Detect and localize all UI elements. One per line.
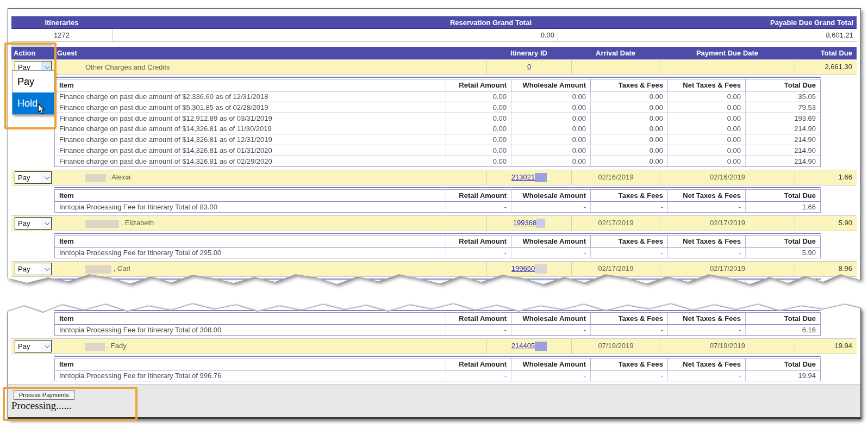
subheader-total-due: Total Due xyxy=(745,236,820,247)
redacted-last-name xyxy=(85,220,119,228)
subheader-item: Item xyxy=(55,283,446,291)
subheader-net-taxes: Net Taxes & Fees xyxy=(667,281,745,293)
dropdown-option-pay[interactable]: Pay xyxy=(13,71,54,92)
items-subtable: Item Retail Amount Wholesale Amount Taxe… xyxy=(54,233,821,258)
header-total-due: Total Due xyxy=(795,49,857,57)
itinerary-link[interactable]: 214405 xyxy=(511,342,535,350)
guest-name: , Elizabeth xyxy=(121,219,154,227)
subheader-item: Item xyxy=(55,237,446,245)
action-dropdown-list: Pay Hold xyxy=(12,70,54,115)
arrival-date-cell: 02/17/2019 xyxy=(571,216,660,231)
item-row: Finance charge on past due amount of $14… xyxy=(55,134,820,145)
subheader-total-due: Total Due xyxy=(745,79,820,91)
items-subtable: Item Retail Amount Wholesale Amount Taxe… xyxy=(54,356,821,381)
wholesale-amount: 0.00 xyxy=(511,102,590,113)
summary-header-payable-due-grand-total: Payable Due Grand Total xyxy=(558,18,857,27)
item-row: Inntopia Processing Fee for Itinerary To… xyxy=(55,370,820,381)
subheader-taxes: Taxes & Fees xyxy=(590,313,667,324)
payment-due-date-cell: 02/16/2019 xyxy=(660,170,795,185)
net-taxes-fees: 0.00 xyxy=(667,145,745,156)
item-description: Finance charge on past due amount of $14… xyxy=(55,146,446,154)
action-select[interactable]: Pay xyxy=(15,340,52,352)
wholesale-amount: - xyxy=(511,370,590,381)
payment-due-date-cell: 07/19/2019 xyxy=(660,339,795,354)
item-row: Finance charge on past due amount of $2,… xyxy=(55,91,820,102)
header-action: Action xyxy=(11,49,53,57)
taxes-fees: - xyxy=(590,370,667,381)
payment-due-date-cell xyxy=(660,60,795,75)
item-total-due: 19.94 xyxy=(745,370,820,381)
itinerary-link[interactable]: 199368 xyxy=(513,219,536,227)
items-subtable: Item Retail Amount Wholesale Amount Taxe… xyxy=(54,187,821,213)
wholesale-amount: 0.00 xyxy=(511,123,590,134)
item-description: Finance charge on past due amount of $14… xyxy=(55,157,446,165)
processing-status-text: Processing...... xyxy=(11,400,72,412)
total-due-cell: 1.66 xyxy=(795,170,857,185)
guest-name: Other Charges and Credits xyxy=(53,63,486,71)
total-due-cell: 8.96 xyxy=(795,262,857,276)
itinerary-link[interactable]: 213021 xyxy=(511,173,535,181)
guest-name: , Carl xyxy=(114,264,130,273)
item-row: Finance charge on past due amount of $14… xyxy=(55,123,820,134)
item-row: Finance charge on past due amount of $12… xyxy=(55,113,820,123)
taxes-fees: 0.00 xyxy=(590,145,667,156)
subheader-retail: Retail Amount xyxy=(446,313,511,324)
chevron-down-icon[interactable] xyxy=(41,218,51,229)
itinerary-link[interactable]: 0 xyxy=(527,63,531,71)
subtable-header: Item Retail Amount Wholesale Amount Taxe… xyxy=(55,79,820,91)
guest-cell: ; Alexia xyxy=(53,173,486,182)
wholesale-amount: - xyxy=(511,247,590,258)
subheader-item: Item xyxy=(55,360,446,368)
subheader-taxes: Taxes & Fees xyxy=(590,236,667,247)
retail-amount: 0.00 xyxy=(446,156,511,166)
wholesale-amount: 0.00 xyxy=(511,113,590,123)
subheader-taxes: Taxes & Fees xyxy=(590,358,667,370)
item-total-due: 193.69 xyxy=(745,113,820,123)
subheader-total-due: Total Due xyxy=(745,313,820,324)
item-description: Inntopia Processing Fee for Itinerary To… xyxy=(55,249,446,257)
subheader-item: Item xyxy=(55,191,446,200)
item-description: Finance charge on past due amount of $14… xyxy=(55,135,446,144)
action-cell: Pay xyxy=(11,263,53,275)
action-select[interactable]: Pay xyxy=(15,217,52,230)
arrival-date-cell xyxy=(571,60,660,75)
item-row: Inntopia Processing Fee for Itinerary To… xyxy=(55,325,820,335)
taxes-fees: - xyxy=(590,202,667,212)
wholesale-amount: 0.00 xyxy=(511,91,590,102)
redacted-last-name xyxy=(85,174,106,182)
payment-due-date-cell: 02/17/2019 xyxy=(660,216,795,231)
taxes-fees: 0.00 xyxy=(590,113,667,123)
retail-amount: 0.00 xyxy=(446,102,511,113)
action-select-value: Pay xyxy=(15,174,30,182)
subheader-item: Item xyxy=(55,314,446,323)
footer-area: Process Payments Processing...... xyxy=(8,384,860,417)
item-description: Inntopia Processing Fee for Itinerary To… xyxy=(55,372,446,380)
items-subtable: Item Retail Amount Wholesale Amount Taxe… xyxy=(54,279,821,304)
summary-table: Itineraries Reservation Grand Total Paya… xyxy=(11,16,857,42)
arrival-date-cell: 02/16/2019 xyxy=(571,170,660,185)
chevron-down-icon[interactable] xyxy=(41,341,51,352)
itinerary-id-cell: 213021 xyxy=(486,170,571,185)
taxes-fees: 0.00 xyxy=(590,102,667,113)
chevron-down-icon[interactable] xyxy=(41,263,51,275)
redacted-last-name xyxy=(85,265,111,274)
report-panel-bottom: Item Retail Amount Wholesale Amount Taxe… xyxy=(8,302,861,419)
action-select[interactable]: Pay xyxy=(15,171,52,184)
subtable-header: Item Retail Amount Wholesale Amount Taxe… xyxy=(55,313,820,325)
subheader-taxes: Taxes & Fees xyxy=(590,281,667,293)
itinerary-id-cell: 0 xyxy=(486,60,571,75)
itinerary-link[interactable]: 199650 xyxy=(511,264,535,273)
action-select[interactable]: Pay xyxy=(15,263,52,275)
subheader-wholesale: Wholesale Amount xyxy=(511,79,590,91)
payable-due-grand-total-value: 8,601.21 xyxy=(558,31,857,39)
chevron-down-icon[interactable] xyxy=(41,172,51,183)
net-taxes-fees: 0.00 xyxy=(667,102,745,113)
item-total-due: 1.66 xyxy=(745,202,820,212)
summary-header-row: Itineraries Reservation Grand Total Paya… xyxy=(11,16,857,29)
taxes-fees: 0.00 xyxy=(590,123,667,134)
subheader-total-due: Total Due xyxy=(745,358,820,370)
dropdown-option-hold[interactable]: Hold xyxy=(13,92,54,114)
guest-name: , Fady xyxy=(107,342,127,350)
action-cell: Pay xyxy=(11,217,53,230)
process-payments-button[interactable]: Process Payments xyxy=(14,390,74,400)
